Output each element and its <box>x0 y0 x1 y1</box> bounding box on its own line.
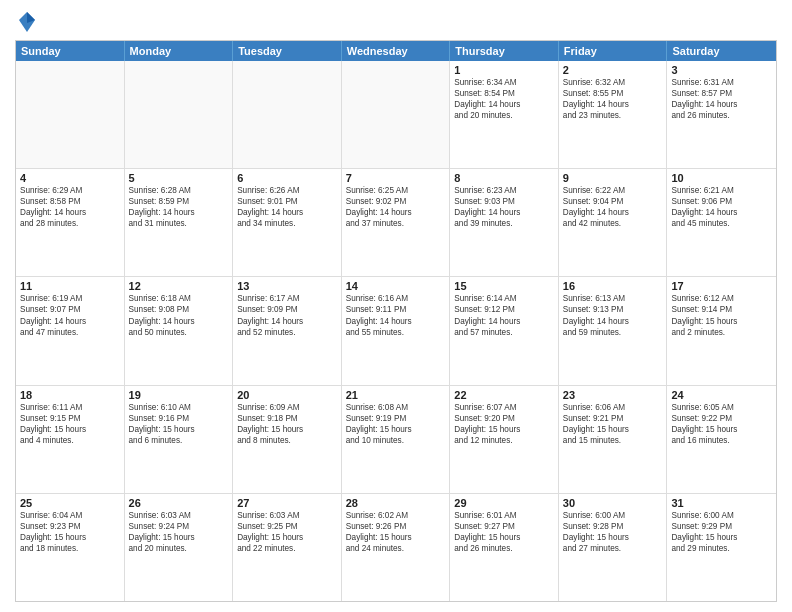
day-details: Sunrise: 6:01 AM Sunset: 9:27 PM Dayligh… <box>454 510 554 554</box>
day-cell-4: 4Sunrise: 6:29 AM Sunset: 8:58 PM Daylig… <box>16 169 125 276</box>
day-details: Sunrise: 6:12 AM Sunset: 9:14 PM Dayligh… <box>671 293 772 337</box>
day-number: 15 <box>454 280 554 292</box>
day-cell-20: 20Sunrise: 6:09 AM Sunset: 9:18 PM Dayli… <box>233 386 342 493</box>
day-number: 11 <box>20 280 120 292</box>
day-header-monday: Monday <box>125 41 234 61</box>
day-number: 19 <box>129 389 229 401</box>
day-number: 30 <box>563 497 663 509</box>
page: SundayMondayTuesdayWednesdayThursdayFrid… <box>0 0 792 612</box>
day-number: 1 <box>454 64 554 76</box>
day-number: 29 <box>454 497 554 509</box>
day-cell-14: 14Sunrise: 6:16 AM Sunset: 9:11 PM Dayli… <box>342 277 451 384</box>
day-cell-8: 8Sunrise: 6:23 AM Sunset: 9:03 PM Daylig… <box>450 169 559 276</box>
day-number: 2 <box>563 64 663 76</box>
day-cell-17: 17Sunrise: 6:12 AM Sunset: 9:14 PM Dayli… <box>667 277 776 384</box>
week-row-3: 11Sunrise: 6:19 AM Sunset: 9:07 PM Dayli… <box>16 277 776 385</box>
day-cell-21: 21Sunrise: 6:08 AM Sunset: 9:19 PM Dayli… <box>342 386 451 493</box>
day-number: 24 <box>671 389 772 401</box>
day-cell-1: 1Sunrise: 6:34 AM Sunset: 8:54 PM Daylig… <box>450 61 559 168</box>
day-cell-13: 13Sunrise: 6:17 AM Sunset: 9:09 PM Dayli… <box>233 277 342 384</box>
day-cell-5: 5Sunrise: 6:28 AM Sunset: 8:59 PM Daylig… <box>125 169 234 276</box>
day-cell-22: 22Sunrise: 6:07 AM Sunset: 9:20 PM Dayli… <box>450 386 559 493</box>
day-details: Sunrise: 6:32 AM Sunset: 8:55 PM Dayligh… <box>563 77 663 121</box>
day-cell-7: 7Sunrise: 6:25 AM Sunset: 9:02 PM Daylig… <box>342 169 451 276</box>
day-number: 4 <box>20 172 120 184</box>
empty-cell <box>125 61 234 168</box>
day-details: Sunrise: 6:13 AM Sunset: 9:13 PM Dayligh… <box>563 293 663 337</box>
day-number: 27 <box>237 497 337 509</box>
day-number: 21 <box>346 389 446 401</box>
day-cell-9: 9Sunrise: 6:22 AM Sunset: 9:04 PM Daylig… <box>559 169 668 276</box>
day-number: 10 <box>671 172 772 184</box>
day-details: Sunrise: 6:09 AM Sunset: 9:18 PM Dayligh… <box>237 402 337 446</box>
day-details: Sunrise: 6:29 AM Sunset: 8:58 PM Dayligh… <box>20 185 120 229</box>
day-details: Sunrise: 6:26 AM Sunset: 9:01 PM Dayligh… <box>237 185 337 229</box>
day-number: 12 <box>129 280 229 292</box>
day-details: Sunrise: 6:25 AM Sunset: 9:02 PM Dayligh… <box>346 185 446 229</box>
day-details: Sunrise: 6:34 AM Sunset: 8:54 PM Dayligh… <box>454 77 554 121</box>
day-cell-10: 10Sunrise: 6:21 AM Sunset: 9:06 PM Dayli… <box>667 169 776 276</box>
day-number: 3 <box>671 64 772 76</box>
day-header-thursday: Thursday <box>450 41 559 61</box>
day-cell-19: 19Sunrise: 6:10 AM Sunset: 9:16 PM Dayli… <box>125 386 234 493</box>
day-details: Sunrise: 6:21 AM Sunset: 9:06 PM Dayligh… <box>671 185 772 229</box>
day-details: Sunrise: 6:11 AM Sunset: 9:15 PM Dayligh… <box>20 402 120 446</box>
empty-cell <box>233 61 342 168</box>
day-header-friday: Friday <box>559 41 668 61</box>
day-number: 17 <box>671 280 772 292</box>
day-cell-2: 2Sunrise: 6:32 AM Sunset: 8:55 PM Daylig… <box>559 61 668 168</box>
day-header-tuesday: Tuesday <box>233 41 342 61</box>
week-row-2: 4Sunrise: 6:29 AM Sunset: 8:58 PM Daylig… <box>16 169 776 277</box>
day-number: 18 <box>20 389 120 401</box>
week-row-5: 25Sunrise: 6:04 AM Sunset: 9:23 PM Dayli… <box>16 494 776 601</box>
day-header-wednesday: Wednesday <box>342 41 451 61</box>
day-details: Sunrise: 6:03 AM Sunset: 9:25 PM Dayligh… <box>237 510 337 554</box>
logo-icon <box>17 10 37 34</box>
day-number: 5 <box>129 172 229 184</box>
day-details: Sunrise: 6:07 AM Sunset: 9:20 PM Dayligh… <box>454 402 554 446</box>
day-details: Sunrise: 6:18 AM Sunset: 9:08 PM Dayligh… <box>129 293 229 337</box>
day-details: Sunrise: 6:31 AM Sunset: 8:57 PM Dayligh… <box>671 77 772 121</box>
day-number: 14 <box>346 280 446 292</box>
day-details: Sunrise: 6:04 AM Sunset: 9:23 PM Dayligh… <box>20 510 120 554</box>
day-number: 8 <box>454 172 554 184</box>
day-details: Sunrise: 6:14 AM Sunset: 9:12 PM Dayligh… <box>454 293 554 337</box>
day-cell-29: 29Sunrise: 6:01 AM Sunset: 9:27 PM Dayli… <box>450 494 559 601</box>
day-cell-24: 24Sunrise: 6:05 AM Sunset: 9:22 PM Dayli… <box>667 386 776 493</box>
day-cell-12: 12Sunrise: 6:18 AM Sunset: 9:08 PM Dayli… <box>125 277 234 384</box>
day-cell-25: 25Sunrise: 6:04 AM Sunset: 9:23 PM Dayli… <box>16 494 125 601</box>
calendar-header: SundayMondayTuesdayWednesdayThursdayFrid… <box>16 41 776 61</box>
day-details: Sunrise: 6:22 AM Sunset: 9:04 PM Dayligh… <box>563 185 663 229</box>
day-details: Sunrise: 6:06 AM Sunset: 9:21 PM Dayligh… <box>563 402 663 446</box>
day-details: Sunrise: 6:23 AM Sunset: 9:03 PM Dayligh… <box>454 185 554 229</box>
empty-cell <box>342 61 451 168</box>
day-number: 16 <box>563 280 663 292</box>
day-number: 26 <box>129 497 229 509</box>
day-cell-26: 26Sunrise: 6:03 AM Sunset: 9:24 PM Dayli… <box>125 494 234 601</box>
day-details: Sunrise: 6:08 AM Sunset: 9:19 PM Dayligh… <box>346 402 446 446</box>
day-cell-28: 28Sunrise: 6:02 AM Sunset: 9:26 PM Dayli… <box>342 494 451 601</box>
week-row-1: 1Sunrise: 6:34 AM Sunset: 8:54 PM Daylig… <box>16 61 776 169</box>
day-details: Sunrise: 6:19 AM Sunset: 9:07 PM Dayligh… <box>20 293 120 337</box>
day-number: 13 <box>237 280 337 292</box>
day-details: Sunrise: 6:00 AM Sunset: 9:28 PM Dayligh… <box>563 510 663 554</box>
header <box>15 10 777 32</box>
day-number: 7 <box>346 172 446 184</box>
day-details: Sunrise: 6:05 AM Sunset: 9:22 PM Dayligh… <box>671 402 772 446</box>
day-number: 31 <box>671 497 772 509</box>
day-cell-15: 15Sunrise: 6:14 AM Sunset: 9:12 PM Dayli… <box>450 277 559 384</box>
day-number: 20 <box>237 389 337 401</box>
day-number: 9 <box>563 172 663 184</box>
day-details: Sunrise: 6:28 AM Sunset: 8:59 PM Dayligh… <box>129 185 229 229</box>
day-details: Sunrise: 6:16 AM Sunset: 9:11 PM Dayligh… <box>346 293 446 337</box>
day-header-saturday: Saturday <box>667 41 776 61</box>
day-details: Sunrise: 6:00 AM Sunset: 9:29 PM Dayligh… <box>671 510 772 554</box>
day-cell-23: 23Sunrise: 6:06 AM Sunset: 9:21 PM Dayli… <box>559 386 668 493</box>
day-cell-27: 27Sunrise: 6:03 AM Sunset: 9:25 PM Dayli… <box>233 494 342 601</box>
day-number: 25 <box>20 497 120 509</box>
day-number: 23 <box>563 389 663 401</box>
day-cell-16: 16Sunrise: 6:13 AM Sunset: 9:13 PM Dayli… <box>559 277 668 384</box>
calendar-body: 1Sunrise: 6:34 AM Sunset: 8:54 PM Daylig… <box>16 61 776 601</box>
day-details: Sunrise: 6:02 AM Sunset: 9:26 PM Dayligh… <box>346 510 446 554</box>
calendar: SundayMondayTuesdayWednesdayThursdayFrid… <box>15 40 777 602</box>
